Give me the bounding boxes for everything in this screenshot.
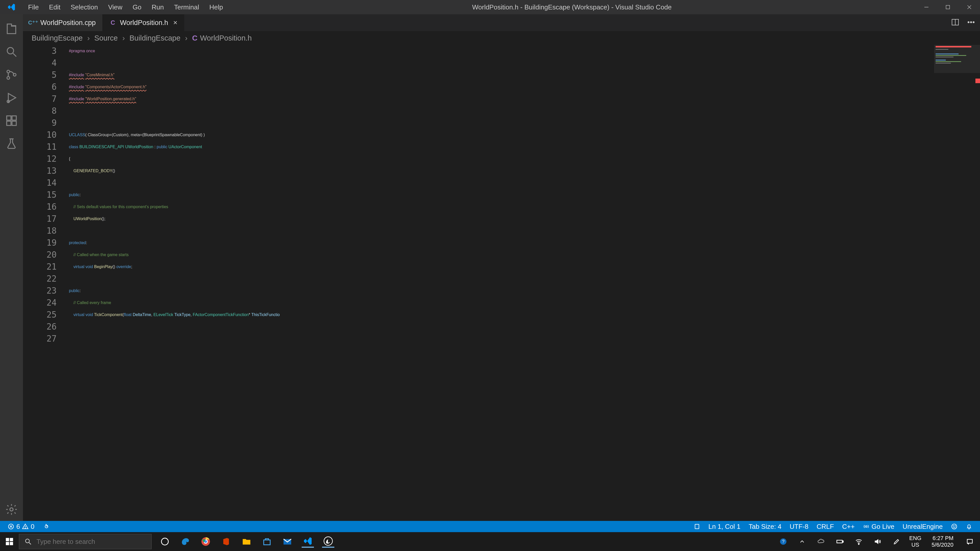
settings-gear-icon[interactable] xyxy=(0,498,23,521)
clock-date: 5/6/2020 xyxy=(932,541,953,548)
breadcrumb-segment[interactable]: BuildingEscape xyxy=(129,34,180,42)
lang-primary: ENG xyxy=(909,535,921,541)
menu-go[interactable]: Go xyxy=(127,0,147,14)
status-unreal[interactable]: UnrealEngine xyxy=(898,523,947,530)
breadcrumb[interactable]: BuildingEscape›Source›BuildingEscape›C W… xyxy=(23,31,980,45)
code-line[interactable]: 25 virtual void TickComponent(float Delt… xyxy=(23,309,980,321)
code-line[interactable]: 14 xyxy=(23,177,980,189)
file-explorer-icon[interactable] xyxy=(240,535,253,548)
menu-file[interactable]: File xyxy=(23,0,44,14)
tray-language[interactable]: ENG US xyxy=(909,535,921,548)
chevron-right-icon: › xyxy=(122,34,125,42)
tray-clock[interactable]: 6:27 PM 5/6/2020 xyxy=(928,535,957,548)
close-tab-icon[interactable]: × xyxy=(173,19,177,27)
more-actions-icon[interactable] xyxy=(967,18,975,27)
code-line[interactable]: 6#include "Components/ActorComponent.h" xyxy=(23,81,980,93)
code-line[interactable]: 9 xyxy=(23,117,980,129)
extensions-icon[interactable] xyxy=(0,109,23,132)
tray-onedrive-icon[interactable] xyxy=(815,535,827,548)
edge-icon[interactable] xyxy=(179,535,191,548)
maximize-button[interactable] xyxy=(937,0,959,14)
editor-viewport[interactable]: 3#pragma once45#include "CoreMinimal.h"6… xyxy=(23,45,980,521)
code-line[interactable]: 13 GENERATED_BODY() xyxy=(23,165,980,177)
search-icon[interactable] xyxy=(0,40,23,63)
code-line[interactable]: 7#include "WorldPosition.generated.h" xyxy=(23,93,980,105)
code-line[interactable]: 12{ xyxy=(23,153,980,165)
tab-WorldPosition-h[interactable]: CWorldPosition.h× xyxy=(103,14,184,31)
breadcrumb-file[interactable]: WorldPosition.h xyxy=(200,34,252,42)
cortana-icon[interactable] xyxy=(159,535,171,548)
code-line[interactable]: 10UCLASS( ClassGroup=(Custom), meta=(Blu… xyxy=(23,129,980,141)
status-encoding[interactable]: UTF-8 xyxy=(786,523,813,530)
main-area: C⁺⁺WorldPosition.cppCWorldPosition.h× Bu… xyxy=(0,14,980,521)
code-line[interactable]: 17 UWorldPosition(); xyxy=(23,213,980,225)
menu-terminal[interactable]: Terminal xyxy=(169,0,204,14)
status-flame-icon[interactable] xyxy=(38,523,53,530)
menu-help[interactable]: Help xyxy=(204,0,228,14)
vscode-taskbar-icon[interactable] xyxy=(302,535,314,548)
tab-WorldPosition-cpp[interactable]: C⁺⁺WorldPosition.cpp xyxy=(23,14,103,31)
run-debug-icon[interactable] xyxy=(0,86,23,109)
code-line[interactable]: 24 // Called every frame xyxy=(23,297,980,309)
line-number: 3 xyxy=(23,46,69,56)
tray-help-icon[interactable]: ? xyxy=(777,535,789,548)
tray-battery-icon[interactable] xyxy=(834,535,846,548)
tray-volume-icon[interactable] xyxy=(872,535,884,548)
close-button[interactable] xyxy=(959,0,980,14)
breadcrumb-segment[interactable]: BuildingEscape xyxy=(32,34,83,42)
taskbar-search-input[interactable] xyxy=(37,538,146,546)
code-line[interactable]: 19protected: xyxy=(23,237,980,249)
status-ln-col[interactable]: Ln 1, Col 1 xyxy=(704,523,745,530)
code-line[interactable]: 21 virtual void BeginPlay() override; xyxy=(23,261,980,273)
code-line[interactable]: 8 xyxy=(23,105,980,117)
menu-view[interactable]: View xyxy=(103,0,127,14)
split-editor-icon[interactable] xyxy=(951,18,959,27)
chrome-icon[interactable] xyxy=(200,535,212,548)
code-line[interactable]: 4 xyxy=(23,57,980,69)
code-content: virtual void TickComponent(float DeltaTi… xyxy=(69,313,280,317)
tray-notifications-icon[interactable] xyxy=(964,535,976,548)
status-language[interactable]: C++ xyxy=(838,523,859,530)
code-line[interactable]: 20 // Called when the game starts xyxy=(23,249,980,261)
tray-chevron-icon[interactable] xyxy=(796,535,808,548)
menu-selection[interactable]: Selection xyxy=(65,0,103,14)
status-errors[interactable]: 6 0 xyxy=(3,523,38,530)
code-line[interactable]: 23public: xyxy=(23,285,980,297)
status-golive[interactable]: Go Live xyxy=(859,523,899,530)
breadcrumb-segment[interactable]: Source xyxy=(94,34,118,42)
menu-edit[interactable]: Edit xyxy=(44,0,65,14)
code-line[interactable]: 3#pragma once xyxy=(23,45,980,57)
office-icon[interactable] xyxy=(220,535,232,548)
code-line[interactable]: 5#include "CoreMinimal.h" xyxy=(23,69,980,81)
code-line[interactable]: 16 // Sets default values for this compo… xyxy=(23,201,980,213)
file-type-icon: C xyxy=(192,34,197,42)
system-tray: ? ENG US 6:27 PM 5/6/2020 xyxy=(777,535,980,548)
unreal-taskbar-icon[interactable] xyxy=(322,535,334,548)
explorer-icon[interactable] xyxy=(0,17,23,40)
code-line[interactable]: 18 xyxy=(23,225,980,237)
start-button[interactable] xyxy=(0,532,19,551)
status-tab-size[interactable]: Tab Size: 4 xyxy=(745,523,786,530)
menu-run[interactable]: Run xyxy=(146,0,169,14)
status-selection-icon[interactable] xyxy=(690,523,704,530)
code-line[interactable]: 15public: xyxy=(23,189,980,201)
svg-rect-26 xyxy=(695,524,699,529)
status-bell-icon[interactable] xyxy=(962,523,977,530)
code-line[interactable]: 11class BUILDINGESCAPE_API UWorldPositio… xyxy=(23,141,980,153)
minimize-button[interactable] xyxy=(916,0,937,14)
source-control-icon[interactable] xyxy=(0,63,23,86)
code-line[interactable]: 26 xyxy=(23,321,980,333)
minimap[interactable] xyxy=(934,45,980,521)
taskbar-search[interactable] xyxy=(19,534,151,549)
store-icon[interactable] xyxy=(261,535,273,548)
status-feedback-icon[interactable] xyxy=(947,523,962,530)
code-content: #include "WorldPosition.generated.h" xyxy=(69,97,136,101)
test-icon[interactable] xyxy=(0,132,23,155)
mail-icon[interactable] xyxy=(281,535,293,548)
tray-pen-icon[interactable] xyxy=(891,535,903,548)
status-eol[interactable]: CRLF xyxy=(813,523,838,530)
code-line[interactable]: 27 xyxy=(23,333,980,345)
tray-wifi-icon[interactable] xyxy=(853,535,865,548)
warning-count: 0 xyxy=(30,523,34,530)
code-line[interactable]: 22 xyxy=(23,273,980,285)
